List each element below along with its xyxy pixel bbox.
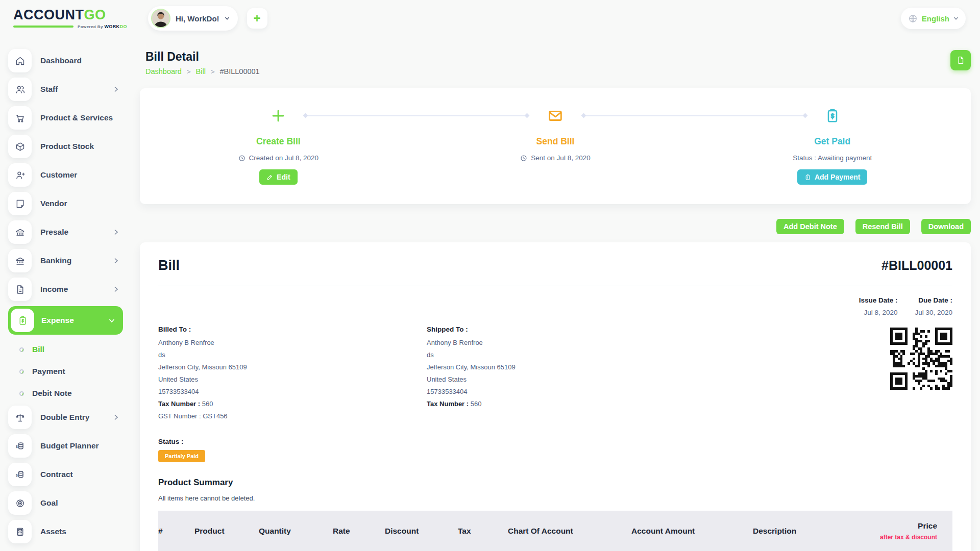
document-icon — [8, 278, 32, 301]
chevron-right-icon — [114, 286, 118, 292]
chevron-down-icon — [953, 16, 959, 21]
step-subtitle: Status : Awaiting payment — [793, 154, 872, 162]
add-payment-button[interactable]: Add Payment — [797, 169, 867, 185]
col-discount: Discount — [385, 511, 458, 551]
sidebar-item-contract[interactable]: $ Contract — [8, 463, 131, 486]
sidebar-item-vendor[interactable]: Vendor — [8, 192, 131, 215]
bill-actions: Add Debit Note Resend Bill Download — [140, 219, 971, 234]
step-title: Send Bill — [536, 136, 575, 147]
sidebar-item-customer[interactable]: Customer — [8, 163, 131, 187]
resend-bill-button[interactable]: Resend Bill — [855, 219, 910, 234]
export-document-button[interactable] — [950, 50, 971, 70]
shipped-to-block: Shipped To : Anthony B Renfroe ds Jeffer… — [427, 325, 890, 424]
bank-icon — [8, 249, 32, 272]
breadcrumb-bill-link[interactable]: Bill — [196, 67, 206, 76]
breadcrumb-dashboard-link[interactable]: Dashboard — [145, 67, 182, 76]
pencil-icon — [266, 174, 273, 181]
chevron-right-icon — [114, 229, 118, 235]
breadcrumb-separator: > — [211, 68, 215, 76]
coins-icon: $ — [8, 463, 32, 486]
sidebar-item-presale[interactable]: Presale — [8, 220, 131, 244]
bill-heading: Bill — [158, 258, 180, 273]
users-icon — [8, 78, 32, 101]
col-product: Product — [194, 511, 259, 551]
table-header-row: # Product Quantity Rate Discount Tax Cha… — [158, 511, 952, 551]
bullet-icon — [19, 369, 24, 374]
brand-name: ACCOUNTGO — [13, 8, 132, 22]
breadcrumb-separator: > — [187, 68, 191, 76]
breadcrumb: Dashboard > Bill > #BILL00001 — [145, 67, 260, 76]
chevron-right-icon — [114, 86, 118, 92]
brand-logo[interactable]: ACCOUNTGO Powered By WORKDO — [13, 8, 132, 29]
main-content: Bill Detail Dashboard > Bill > #BILL0000… — [131, 37, 980, 551]
sidebar-item-staff[interactable]: Staff — [8, 78, 131, 101]
sidebar-item-double-entry[interactable]: Double Entry — [8, 406, 131, 429]
target-icon — [8, 491, 32, 515]
note-icon — [8, 192, 32, 215]
cart-icon — [8, 106, 32, 130]
envelope-icon — [547, 104, 564, 128]
logo-underline — [13, 26, 74, 28]
bullet-icon — [19, 347, 24, 352]
breadcrumb-current: #BILL00001 — [219, 67, 259, 76]
globe-icon — [908, 14, 918, 23]
chevron-right-icon — [114, 258, 118, 264]
col-rate: Rate — [333, 511, 385, 551]
clipboard-dollar-icon — [11, 309, 34, 332]
progress-connector — [584, 115, 805, 116]
step-send-bill: Send Bill Sent on Jul 8, 2020 — [417, 88, 694, 204]
svg-text:$: $ — [15, 473, 17, 478]
bill-progress-card: Create Bill Created on Jul 8, 2020 Edit … — [140, 88, 971, 204]
sidebar-item-income[interactable]: Income — [8, 278, 131, 301]
sidebar-item-product-stock[interactable]: Product Stock — [8, 135, 131, 158]
col-chart-of-account: Chart Of Account — [508, 511, 631, 551]
add-debit-note-button[interactable]: Add Debit Note — [776, 219, 844, 234]
home-icon — [8, 49, 32, 72]
status-badge: Partialy Paid — [158, 450, 205, 462]
progress-connector — [306, 115, 527, 116]
sidebar-subitem-bill[interactable]: Bill — [19, 340, 131, 359]
calculator-icon — [8, 520, 32, 543]
sidebar-item-banking[interactable]: Banking — [8, 249, 131, 272]
product-summary-table: # Product Quantity Rate Discount Tax Cha… — [158, 511, 952, 551]
clipboard-dollar-icon — [824, 104, 841, 128]
sidebar-item-assets[interactable]: Assets — [8, 520, 131, 543]
sidebar-item-dashboard[interactable]: Dashboard — [8, 49, 131, 72]
col-tax: Tax — [458, 511, 508, 551]
col-account-amount: Account Amount — [631, 511, 753, 551]
bill-detail-card: Bill #BILL00001 Issue Date : Jul 8, 2020… — [140, 242, 971, 551]
sidebar-subitem-payment[interactable]: Payment — [19, 362, 131, 381]
chevron-right-icon — [114, 414, 118, 420]
bill-dates: Issue Date : Jul 8, 2020 Due Date : Jul … — [158, 296, 952, 316]
sidebar-item-expense[interactable]: Expense — [8, 306, 123, 335]
download-button[interactable]: Download — [921, 219, 971, 234]
price-subnote: after tax & discount — [875, 534, 937, 541]
status-block: Status : Partialy Paid — [158, 438, 952, 462]
step-get-paid: Get Paid Status : Awaiting payment Add P… — [694, 88, 971, 204]
quick-add-button[interactable]: + — [247, 8, 267, 29]
step-subtitle: Sent on Jul 8, 2020 — [520, 154, 590, 162]
box-icon — [8, 135, 32, 158]
col-description: Description — [753, 511, 875, 551]
billed-to-block: Billed To : Anthony B Renfroe ds Jeffers… — [158, 325, 427, 424]
step-title: Get Paid — [814, 136, 850, 147]
user-menu-button[interactable]: Hi, WorkDo! — [148, 6, 238, 31]
user-plus-icon — [8, 163, 32, 187]
qr-code — [890, 328, 952, 390]
sidebar-item-product-services[interactable]: Product & Services — [8, 106, 131, 130]
sidebar-item-goal[interactable]: Goal — [8, 491, 131, 515]
language-selector[interactable]: English — [901, 8, 966, 29]
clock-icon — [520, 155, 527, 162]
top-bar: ACCOUNTGO Powered By WORKDO Hi, WorkDo! … — [0, 0, 980, 37]
app-window: ACCOUNTGO Powered By WORKDO Hi, WorkDo! … — [0, 0, 980, 551]
product-summary-note: All items here cannot be deleted. — [158, 494, 952, 502]
step-create-bill: Create Bill Created on Jul 8, 2020 Edit — [140, 88, 417, 204]
language-label: English — [922, 14, 949, 23]
clipboard-dollar-icon — [804, 174, 811, 181]
chevron-down-icon — [109, 318, 115, 323]
col-price: Priceafter tax & discount — [875, 511, 952, 551]
plus-icon — [271, 104, 286, 128]
sidebar-subitem-debit-note[interactable]: Debit Note — [19, 384, 131, 403]
sidebar-item-budget-planner[interactable]: $ Budget Planner — [8, 434, 131, 458]
edit-bill-button[interactable]: Edit — [259, 169, 297, 185]
